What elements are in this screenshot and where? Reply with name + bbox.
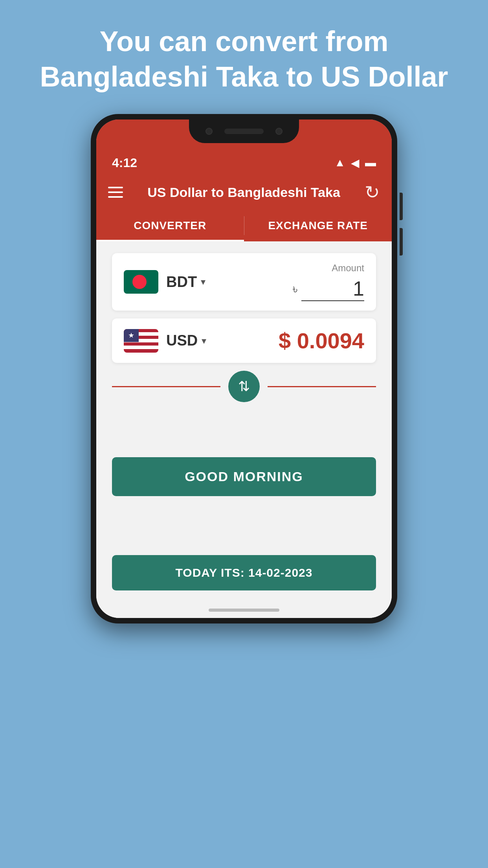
notch-cutout: [189, 120, 299, 143]
volume-down-button[interactable]: [400, 228, 403, 256]
spacer: [112, 410, 376, 457]
from-currency-dropdown[interactable]: ▾: [201, 276, 205, 287]
app-toolbar: US Dollar to Bangladeshi Taka ↻: [96, 175, 392, 210]
home-indicator: [209, 609, 279, 612]
front-sensor: [275, 128, 283, 135]
app-content: BDT ▾ Amount ৳: [96, 241, 392, 602]
menu-line-3: [108, 196, 123, 198]
volume-up-button[interactable]: [400, 193, 403, 220]
result-symbol: $: [279, 328, 297, 353]
from-currency-row: BDT ▾ Amount ৳: [112, 253, 376, 311]
refresh-button[interactable]: ↻: [365, 182, 380, 203]
toolbar-title: US Dollar to Bangladeshi Taka: [123, 185, 365, 200]
menu-line-1: [108, 187, 123, 188]
amount-section: Amount ৳: [293, 263, 364, 301]
swap-line-right: [268, 386, 376, 387]
hero-section: You can convert from Bangladeshi Taka to…: [0, 0, 488, 114]
signal-icon: ◀: [351, 156, 360, 169]
spacer-2: [112, 508, 376, 555]
swap-row: ⇅: [112, 371, 376, 402]
result-value: $ 0.0094: [279, 328, 364, 353]
phone-screen: 4:12 ▲ ◀ ▬ US Dollar to Bangladeshi Taka…: [96, 120, 392, 618]
hero-text: You can convert from Bangladeshi Taka to…: [0, 0, 488, 114]
notch-bar: [96, 120, 392, 151]
bottom-bar: [96, 602, 392, 618]
to-currency-row: ★ USD ▾ $ 0.0094: [112, 318, 376, 363]
status-time: 4:12: [112, 156, 137, 170]
to-currency-code: USD: [166, 332, 198, 349]
top-section: 4:12 ▲ ◀ ▬ US Dollar to Bangladeshi Taka…: [96, 120, 392, 241]
date-button[interactable]: TODAY ITS: 14-02-2023: [112, 555, 376, 590]
flag-bd-circle: [132, 275, 147, 289]
front-camera: [205, 128, 213, 135]
status-icons: ▲ ◀ ▬: [334, 156, 376, 169]
battery-icon: ▬: [365, 156, 376, 169]
menu-line-2: [108, 191, 123, 193]
status-bar: 4:12 ▲ ◀ ▬: [96, 151, 392, 175]
bangladesh-flag: [124, 270, 158, 294]
menu-button[interactable]: [108, 187, 123, 198]
amount-input[interactable]: [301, 277, 364, 301]
tab-exchange-rate[interactable]: EXCHANGE RATE: [244, 210, 392, 241]
tab-bar: CONVERTER EXCHANGE RATE: [96, 210, 392, 241]
phone-outer: 4:12 ▲ ◀ ▬ US Dollar to Bangladeshi Taka…: [91, 114, 397, 623]
phone-mockup: 4:12 ▲ ◀ ▬ US Dollar to Bangladeshi Taka…: [91, 114, 397, 868]
swap-line-left: [112, 386, 220, 387]
amount-label: Amount: [332, 263, 364, 274]
speaker-grille: [224, 129, 264, 134]
wifi-icon: ▲: [334, 156, 345, 169]
greeting-button[interactable]: GOOD MORNING: [112, 457, 376, 496]
to-currency-dropdown[interactable]: ▾: [202, 335, 206, 346]
from-symbol: ৳: [293, 282, 297, 296]
tab-converter[interactable]: CONVERTER: [96, 210, 244, 241]
from-currency-code: BDT: [166, 274, 197, 291]
us-flag: ★: [124, 329, 158, 353]
amount-input-row: ৳: [293, 277, 364, 301]
swap-button[interactable]: ⇅: [228, 371, 260, 402]
